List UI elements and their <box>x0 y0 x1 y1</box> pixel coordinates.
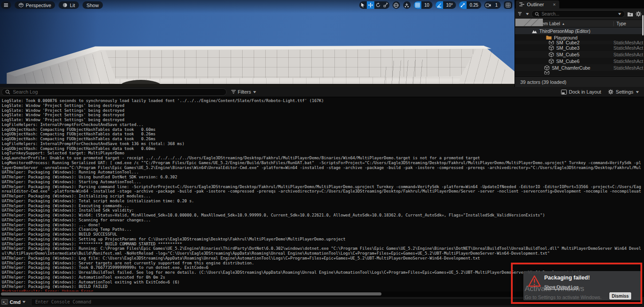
outliner-footer: 39 actors (39 loaded) <box>515 76 644 87</box>
outliner-row[interactable]: SM_Cube6StaticMeshAct <box>515 58 644 64</box>
column-header-item-label[interactable]: Item Label ▲ <box>539 21 565 26</box>
outliner-tab-close-icon[interactable]: × <box>553 2 556 7</box>
search-options-chevron-icon[interactable]: ▼ <box>617 12 622 16</box>
lit-sphere-icon <box>63 3 67 8</box>
camera-speed-button[interactable] <box>484 1 492 9</box>
log-scrollbar-thumb[interactable] <box>1 292 381 295</box>
scale-snap-arrow-icon <box>460 3 465 8</box>
filter-chevron-icon[interactable]: ▼ <box>525 12 530 16</box>
log-line: UATHelper: Packaging (Windows): Executin… <box>2 204 644 209</box>
log-line: nrealEditor-Cmd.exe" -platform=Win64 -in… <box>2 189 644 194</box>
rotate-icon <box>376 3 381 8</box>
outliner-search-input[interactable] <box>542 12 616 16</box>
outliner-panel: Outliner × ▼ ▼ <box>514 0 644 87</box>
console-mode-chevron-icon: ▼ <box>22 300 27 304</box>
world-space-toggle-button[interactable] <box>393 1 400 9</box>
console-mode-selector[interactable]: >_ Cmd ▼ <box>1 299 26 305</box>
show-button[interactable]: Show <box>82 1 103 9</box>
dock-in-layout-button[interactable]: Dock in Layout <box>561 89 601 94</box>
warning-triangle-icon <box>528 275 541 287</box>
outliner-row[interactable]: SM_ChamferCubeStaticMeshAct <box>515 64 644 71</box>
log-body[interactable]: LogSlate: Took 0.000876 seconds to synch… <box>0 97 644 291</box>
log-line: UATHelper: Packaging (Windows): Took 0.7… <box>2 265 644 270</box>
outliner-row[interactable]: SM_Cube3StaticMeshAct <box>515 44 644 51</box>
mesh-icon <box>549 52 554 57</box>
log-line: LogSlate: Window 'Project Settings' bein… <box>2 113 644 118</box>
settings-chevron-icon: ▼ <box>635 90 640 94</box>
outliner-row[interactable]: Playground <box>515 34 644 41</box>
gear-icon <box>608 89 613 94</box>
outliner-row[interactable]: ThirdPersonMap (Editor) <box>515 28 644 34</box>
log-line: UATHelper: Packaging (Windows): Cleaning… <box>2 227 644 232</box>
column-header-type[interactable]: Type <box>613 21 626 26</box>
mesh-icon <box>549 59 554 64</box>
log-line: LogFileHelpers: InternalPromptForCheckou… <box>2 142 644 146</box>
surface-snapping-button[interactable] <box>403 1 411 9</box>
log-line: LogUObjectHash: Compacting FUObjectHashT… <box>2 127 644 132</box>
camera-speed-value[interactable]: 1 <box>492 1 501 9</box>
log-search-box[interactable] <box>1 88 227 96</box>
grid-snap-value[interactable]: 10 <box>421 1 432 9</box>
log-line: LogMonitoredProcess: Running Serialized … <box>2 161 644 165</box>
grid-snap-toggle-button[interactable] <box>414 1 421 9</box>
log-line: LogTurnkeySupport: Selected target: Mult… <box>2 151 644 156</box>
log-line: LogUObjectHash: Compacting FUObjectHashT… <box>2 146 644 151</box>
gear-icon[interactable] <box>636 11 641 17</box>
log-line: LogSlate: Took 0.000876 seconds to synch… <box>2 98 644 103</box>
viewport-menu-button[interactable] <box>1 1 11 9</box>
rotate-tool-button[interactable] <box>374 1 382 9</box>
log-line: UATHelper: Packaging (Windows): Using bu… <box>2 175 644 180</box>
lit-label: Lit <box>70 3 75 8</box>
grid-icon <box>415 3 420 8</box>
outliner-row[interactable]: SM_Cube2StaticMeshAct <box>515 41 644 44</box>
outliner-scrollbar[interactable] <box>642 15 644 35</box>
hamburger-icon <box>4 3 8 8</box>
log-filters-button[interactable]: Filters ▼ <box>231 89 256 94</box>
lit-button[interactable]: Lit <box>59 1 79 9</box>
viewport-layout-button[interactable] <box>504 1 512 9</box>
log-lines: LogSlate: Took 0.000876 seconds to synch… <box>2 98 644 289</box>
outliner-item-label: SM_Cube6 <box>556 59 580 64</box>
surface-snap-icon <box>404 3 409 8</box>
perspective-label: Perspective <box>26 3 51 8</box>
perspective-button[interactable]: Perspective <box>15 1 55 9</box>
console-mode-label: Cmd <box>10 299 20 305</box>
select-tool-button[interactable] <box>359 1 367 9</box>
filter-icon[interactable] <box>518 12 523 16</box>
angle-icon <box>437 3 442 8</box>
new-folder-icon[interactable] <box>627 12 633 17</box>
outliner-tab-title: Outliner <box>527 2 544 7</box>
scale-snap-toggle-button[interactable] <box>459 1 467 9</box>
sort-ascending-icon: ▲ <box>562 22 565 25</box>
rotation-snap-toggle-button[interactable] <box>436 1 443 9</box>
scale-snap-value[interactable]: 0.25 <box>467 1 481 9</box>
outliner-item-label: SM_Cube5 <box>556 52 580 57</box>
transform-tools-group <box>359 1 389 9</box>
globe-icon <box>393 3 399 8</box>
outliner-tab[interactable]: Outliner × <box>516 0 559 8</box>
level-icon <box>532 29 537 33</box>
log-settings-button[interactable]: Settings ▼ <box>608 89 639 94</box>
viewport-3d[interactable]: Perspective Lit Show <box>0 0 514 87</box>
viewport-left-shade <box>0 0 98 87</box>
outliner-row[interactable]: SM_Cube5StaticMeshAct <box>515 51 644 58</box>
dismiss-button[interactable]: Dismiss <box>609 292 631 299</box>
settings-label: Settings <box>616 89 633 94</box>
folder-icon <box>546 35 552 40</box>
log-search-input[interactable] <box>13 89 223 94</box>
log-line: LogUObjectHash: Compacting FUObjectHashT… <box>2 132 644 137</box>
show-output-log-link[interactable]: Show Output Log <box>544 285 578 290</box>
outliner-row[interactable] <box>515 71 644 75</box>
log-line: UATHelper: Packaging (Windows): Starting… <box>2 180 644 185</box>
toast-title: Packaging failed! <box>544 275 590 281</box>
scale-tool-button[interactable] <box>382 1 389 9</box>
outliner-item-type: StaticMeshAct <box>613 52 643 57</box>
move-tool-button[interactable] <box>367 1 374 9</box>
outliner-search-box[interactable]: ▼ <box>531 10 625 18</box>
camera-icon <box>486 3 491 8</box>
actor-count-label: 39 actors (39 loaded) <box>520 79 566 85</box>
filters-label: Filters <box>238 89 251 94</box>
log-line: LogSlate: Window 'Project Settings' bein… <box>2 103 644 108</box>
output-log-header: Filters ▼ Dock in Layout Settings ▼ <box>0 87 644 97</box>
rotation-snap-value[interactable]: 10° <box>443 1 456 9</box>
